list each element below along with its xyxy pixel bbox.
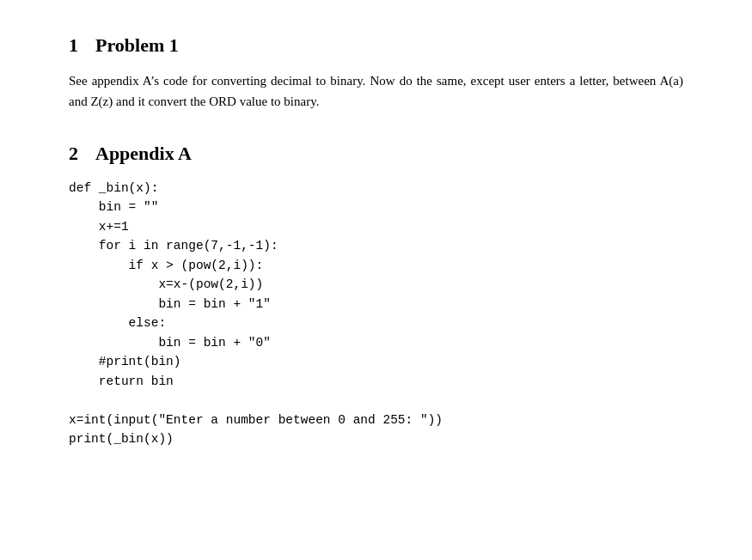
section-2: 2 Appendix A def _bin(x): bin = "" x+=1 … bbox=[69, 143, 683, 449]
section-2-title: Appendix A bbox=[95, 143, 192, 165]
section-1-body: See appendix A’s code for converting dec… bbox=[69, 70, 683, 112]
section-1: 1 Problem 1 See appendix A’s code for co… bbox=[69, 34, 683, 112]
section-2-number: 2 bbox=[69, 143, 78, 165]
code-block: def _bin(x): bin = "" x+=1 for i in rang… bbox=[69, 179, 683, 449]
section-1-heading: 1 Problem 1 bbox=[69, 34, 683, 57]
section-2-heading: 2 Appendix A bbox=[69, 143, 683, 165]
section-1-number: 1 bbox=[69, 34, 78, 57]
section-1-title: Problem 1 bbox=[95, 34, 179, 57]
